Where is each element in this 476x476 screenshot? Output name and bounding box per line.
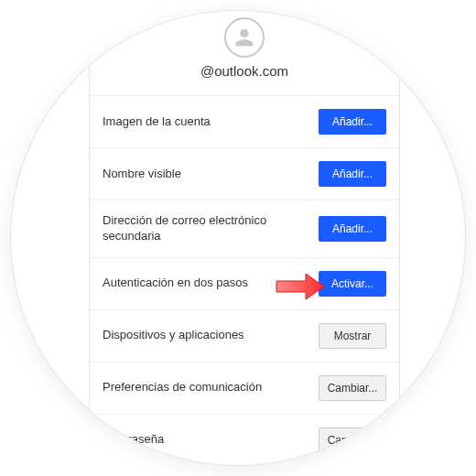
label-devices-apps: Dispositivos y aplicaciones <box>103 328 319 343</box>
row-password: Contraseña Cambiar... <box>90 414 399 465</box>
add-display-name-button[interactable]: Añadir... <box>319 161 386 187</box>
show-devices-button[interactable]: Mostrar <box>319 323 386 349</box>
label-secondary-email: Dirección de correo electrónico secundar… <box>103 213 319 244</box>
account-settings-panel: @outlook.com Imagen de la cuenta Añadir.… <box>89 11 400 465</box>
row-secondary-email: Dirección de correo electrónico secundar… <box>90 200 399 257</box>
label-two-factor: Autenticación en dos pasos <box>103 276 319 291</box>
row-two-factor: Autenticación en dos pasos Activar... <box>90 257 399 309</box>
change-comm-prefs-button[interactable]: Cambiar... <box>319 375 386 401</box>
circular-frame: @outlook.com Imagen de la cuenta Añadir.… <box>11 11 465 465</box>
label-comm-prefs: Preferencias de comunicación <box>103 380 319 395</box>
change-password-button[interactable]: Cambiar... <box>319 427 386 453</box>
row-comm-prefs: Preferencias de comunicación Cambiar... <box>90 362 399 414</box>
label-password: Contraseña <box>103 432 319 448</box>
label-display-name: Nombre visible <box>103 167 319 182</box>
add-account-image-button[interactable]: Añadir... <box>319 109 386 135</box>
avatar-icon <box>224 17 265 58</box>
account-header: @outlook.com <box>90 11 399 95</box>
enable-two-factor-button[interactable]: Activar... <box>319 271 386 297</box>
row-devices-apps: Dispositivos y aplicaciones Mostrar <box>90 309 399 362</box>
row-display-name: Nombre visible Añadir... <box>90 147 399 200</box>
label-account-image: Imagen de la cuenta <box>103 114 319 130</box>
account-email: @outlook.com <box>90 63 399 79</box>
add-secondary-email-button[interactable]: Añadir... <box>319 216 386 242</box>
row-account-image: Imagen de la cuenta Añadir... <box>90 95 399 147</box>
